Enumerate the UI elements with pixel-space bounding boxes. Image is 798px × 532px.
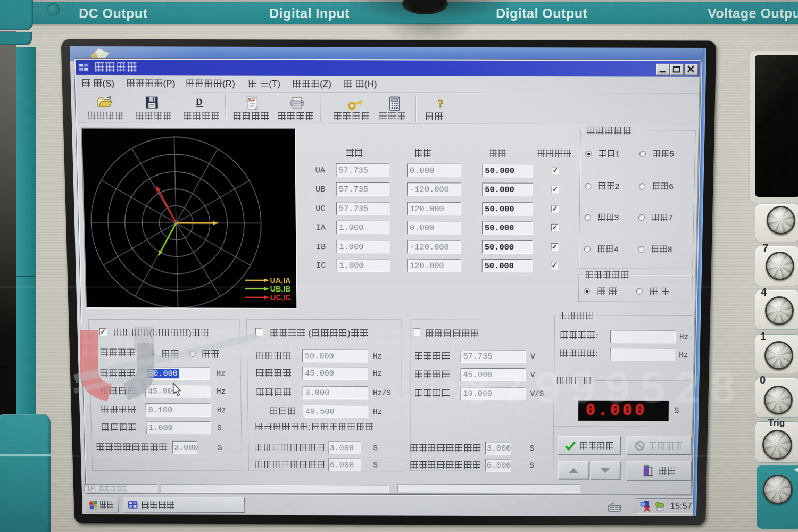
svg-text:UB,IB: UB,IB: [270, 285, 291, 293]
svg-text:D: D: [196, 96, 203, 107]
svg-text:XLS: XLS: [247, 98, 255, 102]
svg-text:?: ?: [438, 97, 444, 110]
svg-text:UA,IA: UA,IA: [270, 276, 290, 285]
svg-text:UC,IC: UC,IC: [270, 293, 291, 302]
